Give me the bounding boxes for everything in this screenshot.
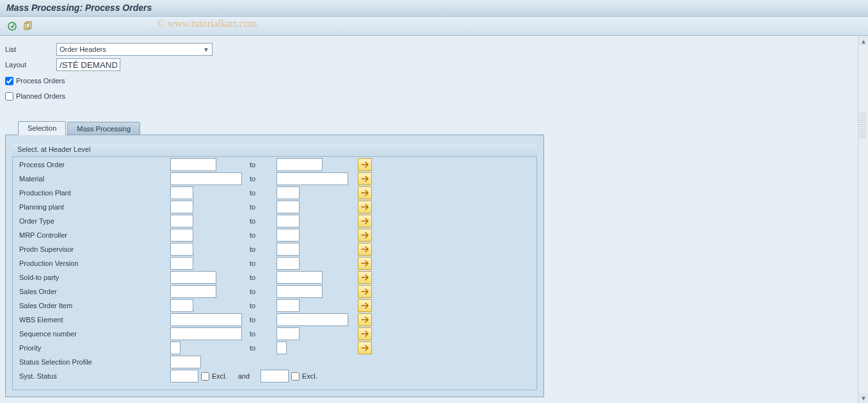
- sel-from-input[interactable]: [170, 313, 242, 326]
- sel-from-input[interactable]: [170, 285, 216, 298]
- sel-from-input[interactable]: [170, 172, 242, 185]
- sel-row: Sales Orderto: [19, 284, 530, 299]
- sel-row-label: Sales Order: [19, 288, 170, 295]
- sel-row-label: Material: [19, 175, 170, 183]
- multiple-selection-button[interactable]: [358, 271, 372, 284]
- sel-row-label: WBS Element: [19, 316, 170, 324]
- sel-row: Prodn Supervisorto: [19, 242, 530, 256]
- sel-from-input[interactable]: [170, 158, 216, 171]
- sel-to-input[interactable]: [277, 158, 323, 171]
- process-orders-checkbox[interactable]: [5, 77, 13, 85]
- sel-row: Order Typeto: [19, 214, 530, 228]
- sel-row-label: Process Order: [19, 161, 170, 169]
- multiple-selection-button[interactable]: [358, 341, 372, 354]
- sel-to-input[interactable]: [277, 285, 323, 298]
- vertical-scrollbar[interactable]: ▲ ▼: [858, 36, 868, 403]
- sel-from-input[interactable]: [170, 201, 193, 213]
- planned-orders-row: Planned Orders: [5, 90, 853, 103]
- sel-from-input[interactable]: [170, 243, 193, 256]
- copy-icon[interactable]: [22, 21, 33, 32]
- status-profile-row: Status Selection Profile: [19, 355, 530, 369]
- tab-mass-processing[interactable]: Mass Processing: [67, 122, 140, 135]
- syst-status-excl1-checkbox[interactable]: [201, 372, 209, 381]
- list-value: Order Headers: [60, 45, 106, 53]
- sel-to-input[interactable]: [277, 299, 300, 312]
- syst-status-row: Syst. Status Excl. and Excl.: [19, 369, 530, 383]
- multiple-selection-button[interactable]: [358, 201, 372, 213]
- layout-input[interactable]: [56, 58, 120, 71]
- process-orders-label: Process Orders: [16, 77, 65, 85]
- layout-label: Layout: [5, 61, 56, 69]
- sel-row-label: Sequence number: [19, 330, 170, 338]
- sel-to-input[interactable]: [277, 341, 287, 354]
- execute-icon[interactable]: [6, 21, 18, 32]
- sel-row-label: MRP Controller: [19, 231, 170, 239]
- to-label: to: [250, 217, 277, 225]
- to-label: to: [250, 316, 277, 324]
- status-profile-input[interactable]: [170, 356, 201, 368]
- planned-orders-label: Planned Orders: [16, 92, 65, 100]
- multiple-selection-button[interactable]: [358, 229, 372, 242]
- page-title: Mass Processing: Process Orders: [0, 0, 868, 17]
- sel-from-input[interactable]: [170, 257, 193, 270]
- sel-to-input[interactable]: [277, 271, 323, 284]
- sel-from-input[interactable]: [170, 299, 193, 312]
- scroll-up-icon[interactable]: ▲: [858, 36, 868, 46]
- multiple-selection-button[interactable]: [358, 243, 372, 256]
- sel-from-input[interactable]: [170, 271, 216, 284]
- sel-row-label: Prodn Supervisor: [19, 245, 170, 253]
- toolbar: © www.tutorialkart.com: [0, 17, 868, 36]
- syst-status-from-input[interactable]: [170, 370, 198, 382]
- tab-selection[interactable]: Selection: [18, 121, 66, 135]
- sel-to-input[interactable]: [277, 201, 300, 213]
- to-label: to: [250, 203, 277, 211]
- sel-from-input[interactable]: [170, 229, 193, 242]
- list-label: List: [5, 45, 56, 53]
- sel-to-input[interactable]: [277, 327, 300, 340]
- scroll-down-icon[interactable]: ▼: [858, 393, 868, 403]
- sel-row: Planning plantto: [19, 200, 530, 214]
- groupbox-title: Select. at Header Level: [12, 144, 537, 157]
- sel-to-input[interactable]: [277, 313, 348, 326]
- syst-status-excl2-checkbox[interactable]: [291, 372, 300, 381]
- list-select[interactable]: Order Headers ▼: [56, 43, 213, 56]
- sel-from-input[interactable]: [170, 186, 193, 199]
- sel-row: Sales Order Itemto: [19, 299, 530, 313]
- sel-from-input[interactable]: [170, 341, 181, 354]
- multiple-selection-button[interactable]: [358, 215, 372, 227]
- sel-to-input[interactable]: [277, 257, 300, 270]
- syst-status-label: Syst. Status: [19, 372, 170, 380]
- sel-to-input[interactable]: [277, 186, 300, 199]
- sel-row: Process Orderto: [19, 158, 530, 172]
- sel-row: Priorityto: [19, 341, 530, 355]
- scroll-grip-icon[interactable]: [859, 113, 867, 138]
- sel-from-input[interactable]: [170, 215, 193, 227]
- multiple-selection-button[interactable]: [358, 186, 372, 199]
- sel-from-input[interactable]: [170, 327, 242, 340]
- multiple-selection-button[interactable]: [358, 158, 372, 171]
- multiple-selection-button[interactable]: [358, 299, 372, 312]
- to-label: to: [250, 288, 277, 295]
- multiple-selection-button[interactable]: [358, 172, 372, 185]
- multiple-selection-button[interactable]: [358, 327, 372, 340]
- to-label: to: [250, 175, 277, 183]
- sel-row-label: Priority: [19, 344, 170, 352]
- sel-row: Sold-to partyto: [19, 270, 530, 284]
- sel-to-input[interactable]: [277, 215, 300, 227]
- syst-status-to-input[interactable]: [261, 370, 289, 382]
- excl2-label: Excl.: [302, 372, 317, 380]
- multiple-selection-button[interactable]: [358, 313, 372, 326]
- sel-to-input[interactable]: [277, 243, 300, 256]
- multiple-selection-button[interactable]: [358, 257, 372, 270]
- chevron-down-icon: ▼: [203, 46, 209, 53]
- sel-row-label: Planning plant: [19, 203, 170, 211]
- to-label: to: [250, 161, 277, 169]
- and-label: and: [227, 372, 261, 380]
- sel-row-label: Sold-to party: [19, 274, 170, 281]
- sel-to-input[interactable]: [277, 172, 348, 185]
- multiple-selection-button[interactable]: [358, 285, 372, 298]
- to-label: to: [250, 344, 277, 352]
- planned-orders-checkbox[interactable]: [5, 92, 13, 101]
- sel-to-input[interactable]: [277, 229, 300, 242]
- content-area: List Order Headers ▼ Layout Process Orde…: [0, 36, 858, 403]
